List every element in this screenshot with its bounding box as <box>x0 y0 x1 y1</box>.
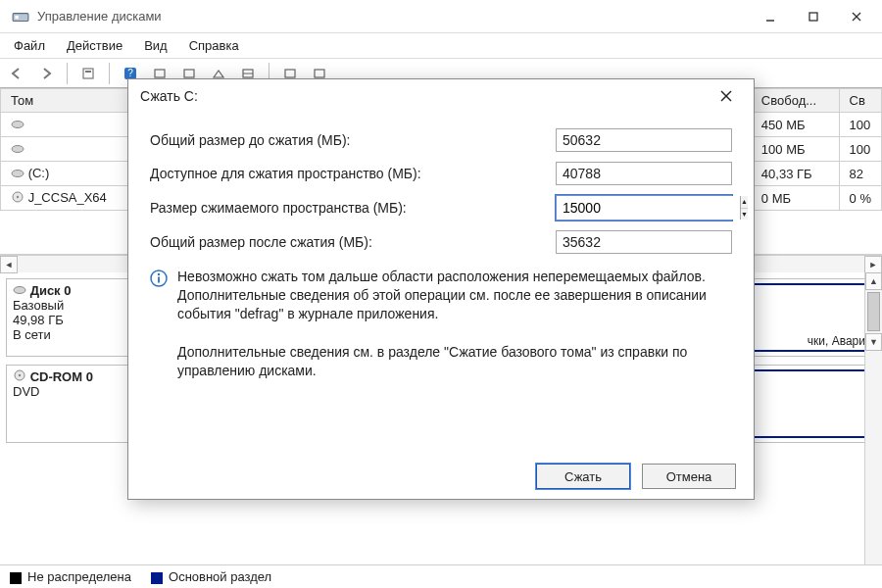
label-total-after: Общий размер после сжатия (МБ): <box>150 234 556 250</box>
svg-point-23 <box>19 374 21 376</box>
disk-info: CD-ROM 0 DVD <box>7 366 132 442</box>
svg-point-16 <box>12 122 24 128</box>
tool-properties-icon[interactable] <box>77 63 99 84</box>
scroll-left-icon[interactable]: ◄ <box>0 256 18 273</box>
dialog-title: Сжать C: <box>140 88 710 104</box>
nav-back-button[interactable] <box>6 63 27 84</box>
label-available: Доступное для сжатия пространство (МБ): <box>150 166 556 181</box>
shrink-amount-spinner[interactable]: ▲ ▼ <box>556 195 732 220</box>
disk-icon <box>13 283 26 298</box>
label-total-before: Общий размер до сжатия (МБ): <box>150 132 556 148</box>
svg-rect-10 <box>155 70 165 77</box>
info-icon <box>150 270 168 379</box>
minimize-button[interactable] <box>749 0 792 33</box>
dialog-info-text-1: Невозможно сжать том дальше области расп… <box>177 268 732 323</box>
col-free-pct[interactable]: Св <box>839 89 881 113</box>
spinner-up-icon[interactable]: ▲ <box>741 196 748 209</box>
dialog-info-text-2: Дополнительные сведения см. в разделе "С… <box>177 343 732 380</box>
disc-icon <box>11 191 24 206</box>
vertical-scrollbar[interactable]: ▲ ▼ <box>864 272 882 564</box>
shrink-dialog: Сжать C: Общий размер до сжатия (МБ): 50… <box>127 78 755 500</box>
scroll-down-icon[interactable]: ▼ <box>865 333 882 351</box>
legend-swatch-primary <box>151 572 163 584</box>
disk-info: Диск 0 Базовый 49,98 ГБ В сети <box>7 279 132 356</box>
svg-rect-14 <box>285 70 295 77</box>
volume-icon <box>11 118 24 132</box>
menu-action[interactable]: Действие <box>67 38 122 53</box>
spinner-down-icon[interactable]: ▼ <box>741 209 748 220</box>
svg-rect-15 <box>315 70 324 77</box>
svg-rect-28 <box>158 277 160 283</box>
legend: Не распределена Основной раздел <box>0 564 882 588</box>
shrink-button[interactable]: Сжать <box>536 464 630 489</box>
svg-text:?: ? <box>127 68 133 78</box>
legend-swatch-unallocated <box>10 572 22 584</box>
value-total-after: 35632 <box>556 230 732 254</box>
menu-view[interactable]: Вид <box>144 38 168 53</box>
window-title: Управление дисками <box>37 9 749 24</box>
nav-forward-button[interactable] <box>35 63 57 84</box>
svg-point-27 <box>158 273 160 275</box>
label-shrink-amount: Размер сжимаемого пространства (МБ): <box>150 200 556 216</box>
volume-icon <box>11 142 24 157</box>
shrink-amount-input[interactable] <box>557 196 740 220</box>
app-icon <box>12 8 29 25</box>
close-window-button[interactable] <box>835 0 878 33</box>
disc-icon <box>13 369 26 384</box>
svg-rect-6 <box>83 69 93 78</box>
value-available: 40788 <box>556 162 732 185</box>
maximize-button[interactable] <box>792 0 835 33</box>
svg-rect-3 <box>809 13 817 21</box>
volume-icon <box>11 167 24 181</box>
scroll-right-icon[interactable]: ► <box>864 256 882 273</box>
menubar: Файл Действие Вид Справка <box>0 33 882 59</box>
col-free[interactable]: Свобод... <box>751 89 839 113</box>
svg-point-21 <box>14 287 25 294</box>
svg-point-18 <box>12 171 24 177</box>
svg-rect-11 <box>184 70 194 77</box>
menu-help[interactable]: Справка <box>189 38 239 53</box>
svg-point-20 <box>17 196 19 198</box>
menu-file[interactable]: Файл <box>14 38 45 53</box>
scroll-up-icon[interactable]: ▲ <box>865 272 882 290</box>
dialog-titlebar: Сжать C: <box>128 79 754 113</box>
scroll-thumb[interactable] <box>867 292 880 331</box>
dialog-button-bar: Сжать Отмена <box>128 454 754 499</box>
value-total-before: 50632 <box>556 128 732 152</box>
cancel-button[interactable]: Отмена <box>642 464 736 489</box>
dialog-body: Общий размер до сжатия (МБ): 50632 Досту… <box>128 113 754 454</box>
titlebar: Управление дисками <box>0 0 882 33</box>
svg-point-17 <box>12 146 24 153</box>
dialog-close-button[interactable] <box>710 80 742 112</box>
svg-rect-1 <box>15 15 18 18</box>
svg-rect-7 <box>85 71 91 73</box>
